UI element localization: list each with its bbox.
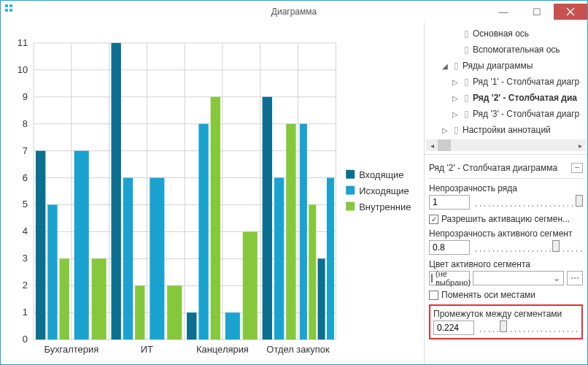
gap-input[interactable]: [433, 320, 474, 335]
bar[interactable]: [135, 285, 144, 339]
maximize-button[interactable]: ☐: [520, 4, 554, 20]
bar[interactable]: [274, 178, 284, 340]
active-opacity-slider[interactable]: [476, 240, 583, 255]
svg-text:7: 7: [23, 145, 28, 156]
app-icon: [5, 4, 20, 19]
svg-text:4: 4: [23, 226, 28, 237]
properties-panel: ▯Основная ось▯Вспомогательная ось◢▯Ряды …: [424, 23, 587, 364]
tree-item[interactable]: ▷▯Ряд '3' - Столбчатая диагр: [425, 106, 587, 122]
active-opacity-label: Непрозрачность активного сегмент: [429, 228, 583, 239]
tree-item[interactable]: ▷▯Настройки аннотаций: [425, 122, 587, 138]
bar[interactable]: [36, 151, 45, 340]
legend-swatch: [346, 170, 355, 179]
app-window: Диаграмма — ☐ 01234567891011БухгалтерияИ…: [0, 0, 588, 365]
series-icon: ▯: [460, 93, 473, 103]
tree-item[interactable]: ▯Вспомогательная ось: [425, 42, 587, 58]
bar[interactable]: [187, 312, 196, 339]
series-icon: ▯: [460, 45, 473, 55]
bar[interactable]: [286, 124, 295, 339]
svg-text:Отдел закупок: Отдел закупок: [266, 344, 330, 355]
gap-label: Промежуток между сегментами: [433, 309, 579, 319]
bar[interactable]: [112, 43, 121, 339]
bar[interactable]: [327, 178, 334, 340]
bar[interactable]: [225, 312, 240, 339]
legend-swatch: [346, 202, 355, 211]
series-icon: ▯: [449, 61, 463, 71]
close-button[interactable]: [554, 4, 587, 20]
series-icon: ▯: [460, 109, 473, 119]
bar[interactable]: [263, 97, 272, 339]
section-title: Ряд '2' - Столбчатая диаграмма: [429, 163, 571, 173]
allow-activation-checkbox[interactable]: ✓ Разрешить активацию сегмен...: [429, 214, 583, 224]
bar[interactable]: [211, 97, 220, 339]
titlebar[interactable]: Диаграмма — ☐: [1, 1, 587, 23]
gap-group-highlighted: Промежуток между сегментами: [429, 304, 583, 339]
series-icon: ▯: [460, 77, 473, 87]
layers-tree[interactable]: ▯Основная ось▯Вспомогательная ось◢▯Ряды …: [425, 23, 587, 138]
svg-text:1: 1: [23, 307, 28, 318]
bar[interactable]: [60, 258, 69, 339]
active-color-swatch[interactable]: (не выбрано): [429, 271, 470, 285]
svg-text:2: 2: [23, 280, 28, 291]
svg-text:3: 3: [23, 253, 28, 264]
bar[interactable]: [309, 204, 316, 339]
bar[interactable]: [123, 178, 133, 340]
bar[interactable]: [198, 124, 208, 339]
tree-item[interactable]: ▯Основная ось: [425, 26, 587, 42]
svg-text:11: 11: [18, 37, 28, 48]
svg-text:10: 10: [18, 64, 28, 75]
bar[interactable]: [300, 124, 307, 339]
bar[interactable]: [150, 178, 164, 340]
bar[interactable]: [92, 258, 107, 339]
bar[interactable]: [318, 258, 325, 339]
svg-text:Бухгалтерия: Бухгалтерия: [44, 344, 98, 355]
tree-item[interactable]: ▷▯Ряд '2' - Столбчатая диа: [425, 90, 587, 106]
svg-text:8: 8: [23, 118, 28, 129]
opacity-slider[interactable]: [476, 195, 583, 210]
legend-label: Внутренние: [359, 201, 411, 212]
legend-label: Исходящие: [359, 185, 409, 196]
chart-area: 01234567891011БухгалтерияИТКанцелярияОтд…: [1, 23, 424, 364]
svg-text:ИТ: ИТ: [141, 344, 153, 355]
series-icon: ▯: [449, 125, 463, 135]
svg-text:Канцелярия: Канцелярия: [196, 344, 249, 355]
opacity-label: Непрозрачность ряда: [429, 183, 583, 193]
active-color-more-button[interactable]: ⋯: [567, 271, 583, 285]
svg-text:6: 6: [23, 172, 28, 183]
active-color-dropdown[interactable]: ⌄: [473, 271, 564, 285]
series-icon: ▯: [460, 28, 473, 39]
svg-text:9: 9: [23, 91, 28, 102]
bar[interactable]: [74, 151, 89, 340]
legend-swatch: [346, 186, 355, 195]
tree-h-scrollbar[interactable]: ◂ ▸: [426, 139, 586, 151]
bar[interactable]: [167, 285, 182, 339]
svg-text:5: 5: [23, 199, 28, 210]
bar[interactable]: [243, 231, 258, 339]
minimize-button[interactable]: —: [487, 4, 520, 20]
svg-text:0: 0: [23, 334, 28, 345]
opacity-input[interactable]: [429, 195, 470, 210]
active-color-label: Цвет активного сегмента: [429, 259, 583, 269]
swap-axes-checkbox[interactable]: Поменять оси местами: [429, 290, 583, 300]
collapse-section-button[interactable]: –: [571, 163, 583, 173]
active-opacity-input[interactable]: [429, 240, 470, 255]
bar[interactable]: [47, 204, 57, 339]
gap-slider[interactable]: [480, 320, 579, 335]
legend-label: Входящие: [359, 169, 403, 180]
tree-item[interactable]: ▷▯Ряд '1' - Столбчатая диагр: [425, 74, 587, 90]
tree-item[interactable]: ◢▯Ряды диаграммы: [425, 58, 587, 74]
